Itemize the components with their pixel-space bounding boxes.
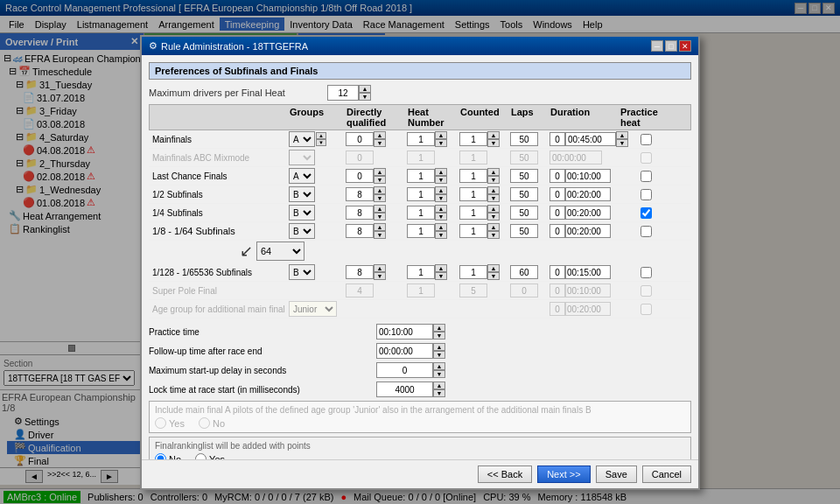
mainfinals-dq-dn[interactable]: ▼ [374,139,386,147]
max-drivers-input[interactable] [327,85,359,101]
lc-dur-0[interactable] [550,169,565,183]
q-cnt-up[interactable]: ▲ [487,205,500,213]
next-btn[interactable]: Next >> [537,466,591,483]
mainfinals-dur-0[interactable] [550,132,565,146]
128-cnt-dn[interactable]: ▼ [487,272,500,280]
half-counted-input[interactable] [459,187,487,201]
lc-dq-dn[interactable]: ▼ [374,176,386,184]
startup-up[interactable]: ▲ [433,362,445,370]
half-cnt-up[interactable]: ▲ [487,186,500,194]
mainfinals-laps-input[interactable] [510,132,538,146]
half-dur-0[interactable] [550,187,565,201]
mainfinals-heat-input[interactable] [407,132,435,146]
half-dq-dn[interactable]: ▼ [374,194,386,202]
eighth-group-select[interactable]: B [289,223,315,239]
e-cnt-up[interactable]: ▲ [487,223,500,231]
128-dq-input[interactable] [346,265,374,279]
e-dq-dn[interactable]: ▼ [374,231,386,239]
mainfinals-grp-dn[interactable]: ▼ [316,139,326,146]
annotation-dropdown[interactable]: 64 32 16 8 [256,242,304,261]
e-cnt-input[interactable] [459,224,487,238]
mainfinals-dq-up[interactable]: ▲ [374,131,386,139]
half-heat-dn[interactable]: ▼ [435,194,447,202]
128-dq-dn[interactable]: ▼ [374,272,386,280]
mf-heat-dn[interactable]: ▼ [435,139,447,147]
half-heat-input[interactable] [407,187,435,201]
half-group-select[interactable]: BA [289,186,315,202]
back-btn[interactable]: << Back [478,466,532,483]
prac-time-dn[interactable]: ▼ [433,332,445,340]
mf-counted-dn[interactable]: ▼ [487,139,500,147]
128-dur-0[interactable] [550,265,565,279]
max-drivers-down[interactable]: ▼ [359,93,371,101]
lc-heat-dn[interactable]: ▼ [435,176,447,184]
mainfinals-grp-up[interactable]: ▲ [316,132,326,139]
max-drivers-up[interactable]: ▲ [359,85,371,93]
mainfinals-group-select[interactable]: AB [289,131,315,147]
128-prac-check[interactable] [640,267,652,278]
e-cnt-dn[interactable]: ▼ [487,231,500,239]
128-heat-up[interactable]: ▲ [435,264,447,272]
cancel-btn[interactable]: Cancel [642,466,691,483]
followup-up[interactable]: ▲ [433,343,445,351]
half-dq-up[interactable]: ▲ [374,186,386,194]
lc-heat-input[interactable] [407,169,435,183]
128-cnt-input[interactable] [459,265,487,279]
mf-counted-up[interactable]: ▲ [487,131,500,139]
q-dur-time[interactable] [565,206,611,220]
128-laps-input[interactable] [510,265,538,279]
q-heat-dn[interactable]: ▼ [435,213,447,220]
128-cnt-up[interactable]: ▲ [487,264,500,272]
lock-dn[interactable]: ▼ [433,389,445,397]
q-dq-up[interactable]: ▲ [374,205,386,213]
lc-cnt-up[interactable]: ▲ [487,168,500,176]
e-dq-up[interactable]: ▲ [374,223,386,231]
mainfinals-prac-check[interactable] [640,134,652,145]
128-group-select[interactable]: B [289,264,315,280]
q-dur-0[interactable] [550,206,565,220]
q-dq-dn[interactable]: ▼ [374,213,386,220]
e-heat-dn[interactable]: ▼ [435,231,447,239]
eighth-dq-input[interactable] [346,224,374,238]
lock-time-input[interactable] [376,382,433,397]
q-heat-up[interactable]: ▲ [435,205,447,213]
followup-input[interactable] [376,343,433,359]
lc-counted-input[interactable] [459,169,487,183]
lc-prac-check[interactable] [640,171,652,182]
e-prac-check[interactable] [640,226,652,237]
mainfinals-counted-input[interactable] [459,132,487,146]
startup-dn[interactable]: ▼ [433,370,445,378]
dialog-close-btn[interactable]: ✕ [679,40,691,52]
lc-dur-time[interactable] [565,169,611,183]
q-heat-input[interactable] [407,206,435,220]
half-cnt-dn[interactable]: ▼ [487,194,500,202]
ag-group-select[interactable]: Junior [289,301,337,317]
quarter-dq-input[interactable] [346,206,374,220]
128-dq-up[interactable]: ▲ [374,264,386,272]
startup-input[interactable] [376,362,433,378]
quarter-group-select[interactable]: B [289,205,315,220]
e-laps-input[interactable] [510,224,538,238]
128-heat-input[interactable] [407,265,435,279]
lc-cnt-dn[interactable]: ▼ [487,176,500,184]
128-heat-dn[interactable]: ▼ [435,272,447,280]
lc-dq-up[interactable]: ▲ [374,168,386,176]
mf-heat-up[interactable]: ▲ [435,131,447,139]
half-heat-up[interactable]: ▲ [435,186,447,194]
e-heat-input[interactable] [407,224,435,238]
prac-time-up[interactable]: ▲ [433,324,445,332]
lc-group-select[interactable]: AB [289,168,315,184]
dialog-minimize-btn[interactable]: ─ [651,40,663,52]
final-ranking-no-radio[interactable] [155,453,166,459]
half-prac-check[interactable] [640,189,652,200]
128-dur-time[interactable] [565,265,611,279]
q-counted-input[interactable] [459,206,487,220]
mainfinals-dq-input[interactable] [346,132,374,146]
half-dur-time[interactable] [565,187,611,201]
final-ranking-yes-radio[interactable] [195,453,206,459]
half-dq-input[interactable] [346,187,374,201]
lc-laps-input[interactable] [510,169,538,183]
half-laps-input[interactable] [510,187,538,201]
dialog-maximize-btn[interactable]: □ [665,40,677,52]
lc-heat-up[interactable]: ▲ [435,168,447,176]
